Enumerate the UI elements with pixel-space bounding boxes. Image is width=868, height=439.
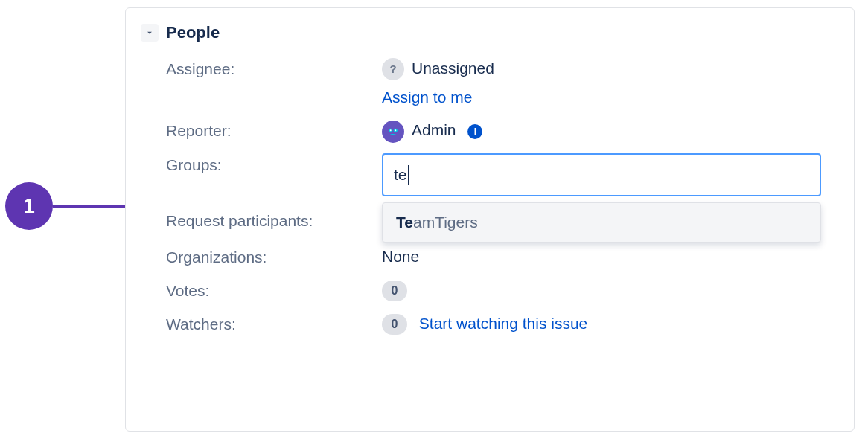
groups-label: Groups: — [166, 153, 382, 176]
assign-to-me-link[interactable]: Assign to me — [382, 89, 472, 106]
request-participants-label: Request participants: — [166, 210, 315, 232]
reporter-text: Admin — [412, 121, 456, 138]
start-watching-link[interactable]: Start watching this issue — [419, 315, 587, 332]
groups-suggestion-item[interactable]: TeamTigers — [382, 202, 821, 243]
assignee-value: ?Unassigned Assign to me — [382, 57, 854, 109]
svg-point-2 — [390, 129, 392, 131]
reporter-row: Reporter: Admin i — [166, 119, 854, 142]
reporter-label: Reporter: — [166, 119, 382, 142]
votes-label: Votes: — [166, 279, 382, 302]
groups-value: te TeamTigers — [382, 153, 854, 243]
groups-input-text: te — [394, 164, 407, 186]
section-title: People — [166, 23, 220, 42]
reporter-value: Admin i — [382, 119, 854, 142]
assignee-row: Assignee: ?Unassigned Assign to me — [166, 57, 854, 109]
annotation-number: 1 — [5, 182, 53, 230]
watchers-value: 0 Start watching this issue — [382, 313, 854, 335]
svg-point-3 — [395, 129, 396, 131]
unassigned-avatar-icon: ? — [382, 58, 404, 80]
admin-avatar-icon — [382, 121, 404, 143]
annotation-line — [53, 205, 131, 208]
section-header[interactable]: People — [141, 23, 854, 42]
fields-container: Assignee: ?Unassigned Assign to me Repor… — [166, 57, 854, 336]
votes-value: 0 — [382, 279, 854, 301]
votes-row: Votes: 0 — [166, 279, 854, 302]
organizations-value: None — [382, 246, 854, 268]
watchers-label: Watchers: — [166, 313, 382, 336]
organizations-row: Organizations: None — [166, 246, 854, 269]
suggestion-match: Te — [396, 214, 413, 231]
watchers-row: Watchers: 0 Start watching this issue — [166, 313, 854, 336]
votes-count-badge: 0 — [382, 281, 407, 301]
assignee-text: Unassigned — [412, 60, 494, 77]
suggestion-rest: amTigers — [413, 214, 478, 231]
info-icon[interactable]: i — [467, 124, 482, 139]
organizations-label: Organizations: — [166, 246, 382, 269]
people-panel: People Assignee: ?Unassigned Assign to m… — [125, 7, 855, 432]
watchers-count-badge: 0 — [382, 314, 407, 335]
assignee-label: Assignee: — [166, 57, 382, 80]
text-cursor — [408, 165, 409, 185]
chevron-down-icon[interactable] — [141, 24, 159, 42]
annotation-callout: 1 — [5, 182, 141, 230]
groups-input[interactable]: te — [382, 153, 821, 196]
